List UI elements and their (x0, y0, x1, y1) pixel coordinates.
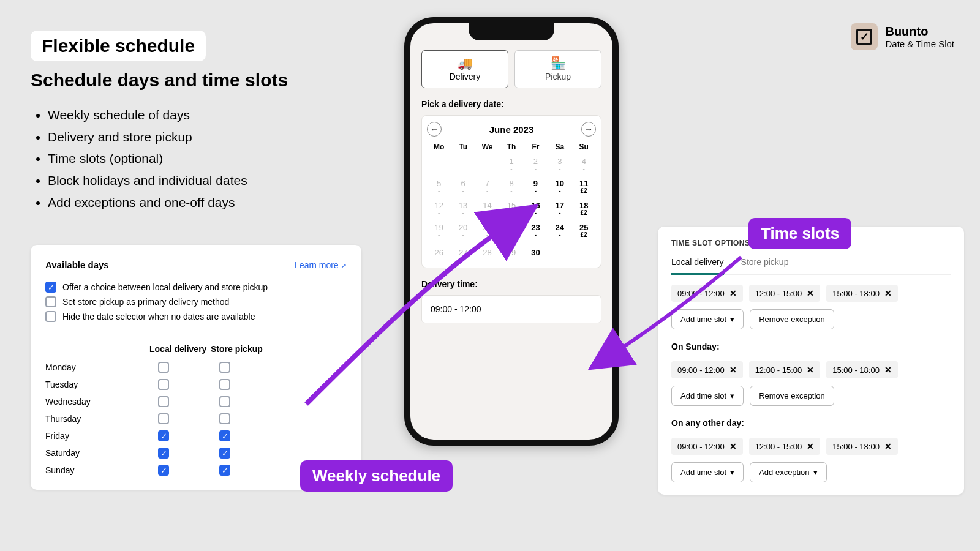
brand-sub: Date & Time Slot (885, 39, 954, 49)
tab-local-delivery[interactable]: Local delivery (671, 257, 724, 275)
time-slot-chip[interactable]: 12:00 - 15:00✕ (749, 438, 821, 455)
delivery-time-select[interactable]: 09:00 - 12:00 (421, 295, 601, 323)
calendar-day[interactable]: 29 (499, 242, 523, 264)
checkbox[interactable] (45, 311, 56, 322)
pickup-checkbox[interactable] (219, 413, 230, 424)
remove-chip-icon[interactable]: ✕ (807, 288, 814, 298)
pickup-checkbox[interactable] (219, 379, 230, 390)
exception-button[interactable]: Remove exception (750, 386, 834, 406)
next-month-button[interactable]: → (581, 122, 596, 137)
tab-store-pickup[interactable]: Store pickup (741, 257, 789, 274)
exception-button[interactable]: Add exception ▾ (750, 462, 826, 482)
calendar-day[interactable]: 17- (548, 198, 571, 220)
calendar-day[interactable]: 14- (475, 198, 499, 220)
button-row: Add time slot▾Add exception ▾ (671, 462, 951, 482)
time-slot-chip[interactable]: 09:00 - 12:00✕ (671, 361, 743, 378)
chevron-down-icon: ▾ (813, 468, 818, 477)
time-slot-chip[interactable]: 09:00 - 12:00✕ (671, 285, 743, 302)
time-slot-chip[interactable]: 12:00 - 15:00✕ (749, 285, 821, 302)
checkbox[interactable] (45, 296, 56, 307)
calendar-day (427, 154, 451, 176)
local-checkbox[interactable] (158, 396, 169, 407)
local-checkbox[interactable]: ✓ (158, 430, 169, 441)
available-days-card: Available days Learn more ✓Offer a choic… (31, 245, 361, 490)
calendar-day[interactable]: 7- (475, 176, 499, 198)
calendar-day[interactable]: 8- (499, 176, 523, 198)
col-local: Local delivery (149, 344, 211, 354)
remove-chip-icon[interactable]: ✕ (884, 441, 892, 451)
calendar-day[interactable]: 21- (475, 220, 499, 242)
add-time-slot-button[interactable]: Add time slot▾ (671, 386, 744, 406)
remove-chip-icon[interactable]: ✕ (729, 441, 737, 451)
delivery-time-label: Delivery time: (421, 279, 601, 289)
calendar-day[interactable]: 23- (524, 220, 548, 242)
calendar-day[interactable]: 24- (548, 220, 571, 242)
add-time-slot-button[interactable]: Add time slot▾ (671, 309, 744, 329)
remove-chip-icon[interactable]: ✕ (729, 365, 737, 375)
local-checkbox[interactable]: ✓ (158, 465, 169, 476)
calendar-day[interactable]: 30 (524, 242, 548, 264)
calendar-day[interactable]: 28 (475, 242, 499, 264)
remove-chip-icon[interactable]: ✕ (884, 288, 892, 298)
calendar-day[interactable]: 27 (451, 242, 475, 264)
local-checkbox[interactable]: ✓ (158, 448, 169, 459)
checkbox[interactable]: ✓ (45, 282, 56, 293)
exception-button[interactable]: Remove exception (750, 309, 834, 329)
chevron-down-icon: ▾ (730, 315, 734, 324)
calendar-day[interactable]: 22- (499, 220, 523, 242)
calendar-day[interactable]: 18£2 (572, 198, 596, 220)
calendar-day[interactable]: 11£2 (572, 176, 596, 198)
badge-flexible: Flexible schedule (31, 31, 206, 61)
local-checkbox[interactable] (158, 379, 169, 390)
remove-chip-icon[interactable]: ✕ (729, 288, 737, 298)
pickup-checkbox[interactable]: ✓ (219, 430, 230, 441)
calendar-day[interactable]: 9- (524, 176, 548, 198)
time-slot-chip[interactable]: 15:00 - 18:00✕ (826, 285, 898, 302)
chip-row: 09:00 - 12:00✕12:00 - 15:00✕15:00 - 18:0… (671, 285, 951, 302)
remove-chip-icon[interactable]: ✕ (807, 365, 814, 375)
time-slot-chip[interactable]: 15:00 - 18:00✕ (826, 438, 898, 455)
time-slot-chip[interactable]: 09:00 - 12:00✕ (671, 438, 743, 455)
chip-row: 09:00 - 12:00✕12:00 - 15:00✕15:00 - 18:0… (671, 438, 951, 455)
pickup-checkbox[interactable] (219, 362, 230, 373)
calendar-day[interactable]: 15- (499, 198, 523, 220)
calendar-day[interactable]: 3- (548, 154, 571, 176)
remove-chip-icon[interactable]: ✕ (807, 441, 814, 451)
calendar-day[interactable]: 13- (451, 198, 475, 220)
delivery-mode-button[interactable]: 🚚 Delivery (421, 50, 508, 88)
pick-date-label: Pick a delivery date: (421, 99, 601, 109)
bullet-item: Add exceptions and one-off days (48, 192, 374, 214)
calendar-day[interactable]: 16- (524, 198, 548, 220)
calendar-day[interactable]: 12- (427, 198, 451, 220)
add-time-slot-button[interactable]: Add time slot▾ (671, 462, 744, 482)
pickup-checkbox[interactable]: ✓ (219, 448, 230, 459)
calendar-day[interactable]: 20- (451, 220, 475, 242)
remove-chip-icon[interactable]: ✕ (884, 365, 892, 375)
day-row: Friday✓✓ (45, 427, 347, 444)
calendar-day (475, 154, 499, 176)
learn-more-link[interactable]: Learn more (295, 260, 347, 270)
calendar-day[interactable]: 4- (572, 154, 596, 176)
time-slot-chip[interactable]: 15:00 - 18:00✕ (826, 361, 898, 378)
slot-group-heading: On any other day: (671, 418, 951, 428)
calendar-day (451, 154, 475, 176)
calendar-day[interactable]: 6- (451, 176, 475, 198)
calendar-day[interactable]: 25£2 (572, 220, 596, 242)
calendar-day[interactable]: 26 (427, 242, 451, 264)
day-name: Wednesday (45, 397, 149, 407)
calendar-day[interactable]: 5- (427, 176, 451, 198)
button-row: Add time slot▾Remove exception (671, 386, 951, 406)
time-slot-chip[interactable]: 12:00 - 15:00✕ (749, 361, 821, 378)
calendar-day[interactable]: 19- (427, 220, 451, 242)
prev-month-button[interactable]: ← (427, 122, 442, 137)
pickup-checkbox[interactable]: ✓ (219, 465, 230, 476)
local-checkbox[interactable] (158, 413, 169, 424)
col-pickup: Store pickup (211, 344, 284, 354)
pickup-mode-button[interactable]: 🏪 Pickup (514, 50, 601, 88)
calendar-day[interactable]: 2- (524, 154, 548, 176)
calendar: ← June 2023 → MoTuWeThFrSaSu1-2-3-4-5-6-… (421, 115, 601, 268)
calendar-day[interactable]: 1- (499, 154, 523, 176)
calendar-day[interactable]: 10- (548, 176, 571, 198)
local-checkbox[interactable] (158, 362, 169, 373)
pickup-checkbox[interactable] (219, 396, 230, 407)
